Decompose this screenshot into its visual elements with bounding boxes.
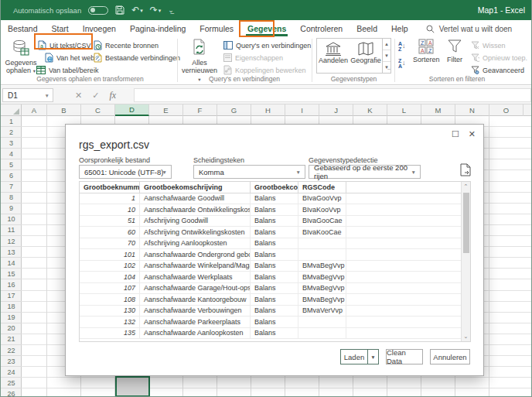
from-web-button[interactable]: Van het web <box>45 52 94 63</box>
insert-function-icon[interactable]: fx <box>109 90 116 101</box>
gallery-more-icon[interactable]: ▼̲ <box>383 62 390 73</box>
column-header-I[interactable]: I <box>285 104 319 116</box>
row-header-9[interactable]: 9 <box>1 204 22 214</box>
dialog-maximize-icon[interactable]: ☐ <box>452 129 459 139</box>
geography-button[interactable]: Geografie <box>350 39 382 73</box>
file-report-icon[interactable] <box>460 163 471 176</box>
row-header-8[interactable]: 8 <box>1 193 22 204</box>
preview-cell: BMvaBegVvp <box>298 283 346 294</box>
row-header-2[interactable]: 2 <box>1 127 22 138</box>
column-header-L[interactable]: L <box>387 104 421 116</box>
column-header-B[interactable]: B <box>47 104 81 116</box>
tell-me-search[interactable]: Vertel wat u wilt doen <box>426 25 513 33</box>
column-header-D[interactable]: D <box>115 104 149 116</box>
row-header-21[interactable]: 21 <box>1 334 22 345</box>
row-header-24[interactable]: 24 <box>1 367 22 378</box>
gallery-up-icon[interactable]: ▲ <box>383 39 390 50</box>
column-header-P[interactable]: P <box>523 104 532 116</box>
clean-data-button[interactable]: Clean Data <box>386 349 423 364</box>
existing-connections-button[interactable]: Bestaande verbindingen <box>94 52 180 63</box>
row-header-23[interactable]: 23 <box>1 356 22 367</box>
preview-cell: Aanschafwaarde Aanloopkosten <box>140 328 251 339</box>
column-header-O[interactable]: O <box>489 104 523 116</box>
row-header-6[interactable]: 6 <box>1 170 22 181</box>
row-header-7[interactable]: 7 <box>1 182 22 193</box>
from-table-range-button[interactable]: Van tabel/bereik <box>36 64 98 76</box>
row-header-10[interactable]: 10 <box>1 214 22 225</box>
row-header-18[interactable]: 18 <box>1 302 22 313</box>
tab-help[interactable]: Help <box>384 20 415 37</box>
recent-sources-button[interactable]: Recente bronnen <box>94 39 159 51</box>
confirm-entry-icon[interactable]: ✓ <box>92 91 99 101</box>
tab-beeld[interactable]: Beeld <box>350 20 384 37</box>
redo-caret-icon[interactable]: ▾ <box>159 8 162 13</box>
stocks-button[interactable]: Aandelen <box>317 39 350 73</box>
get-data-button[interactable]: Gegevens ophalen ▾ <box>5 37 37 75</box>
preview-table-row: 108Aanschafwaarde KantoorgebouwBalansBMv… <box>80 294 461 306</box>
autosave-toggle[interactable] <box>88 6 108 15</box>
column-header-G[interactable]: G <box>217 104 251 116</box>
row-header-1[interactable]: 1 <box>1 116 22 127</box>
type-detection-select[interactable]: Gebaseerd op de eerste 200 rijen▼ <box>309 165 421 179</box>
gallery-down-icon[interactable]: ▼ <box>383 50 390 62</box>
gallery-scrollbar[interactable]: ▲ ▼ ▼̲ <box>383 38 391 74</box>
column-header-K[interactable]: K <box>353 104 387 116</box>
tab-formules[interactable]: Formules <box>193 20 240 37</box>
scroll-down-icon[interactable]: ⌄ <box>464 334 469 340</box>
row-header-5[interactable]: 5 <box>1 159 22 170</box>
column-header-H[interactable]: H <box>251 104 285 116</box>
row-header-12[interactable]: 12 <box>1 236 22 247</box>
scrollbar-thumb[interactable] <box>463 193 469 253</box>
queries-connections-button[interactable]: Query's en verbindingen <box>223 39 311 51</box>
original-file-select[interactable]: 65001: Unicode (UTF-8)▼ <box>79 165 172 179</box>
delimiter-select[interactable]: Komma▼ <box>193 165 305 179</box>
undo-icon[interactable]: ↶▾ <box>131 5 143 15</box>
data-types-gallery: Aandelen Geografie <box>316 38 383 74</box>
row-header-16[interactable]: 16 <box>1 279 22 290</box>
column-header-C[interactable]: C <box>81 104 115 116</box>
tab-pagina-indeling[interactable]: Pagina-indeling <box>123 20 193 37</box>
redo-icon[interactable]: ↷▾ <box>150 5 162 15</box>
column-header-A[interactable]: A <box>22 104 47 116</box>
preview-cell: Balans <box>251 283 298 294</box>
cancel-button[interactable]: Annuleren <box>430 349 470 364</box>
row-header-19[interactable]: 19 <box>1 313 22 323</box>
save-icon[interactable] <box>115 5 124 15</box>
sort-button[interactable]: ZAAZ Sorteren <box>413 37 439 63</box>
row-header-14[interactable]: 14 <box>1 258 22 269</box>
row-header-13[interactable]: 13 <box>1 247 22 258</box>
row-header-22[interactable]: 22 <box>1 345 22 356</box>
formula-input[interactable] <box>134 88 531 102</box>
sort-za-button[interactable]: ZA↓ <box>398 57 406 69</box>
column-header-F[interactable]: F <box>183 104 217 116</box>
tab-controleren[interactable]: Controleren <box>293 20 350 37</box>
dialog-close-icon[interactable]: ✕ <box>469 129 476 139</box>
column-header-J[interactable]: J <box>319 104 353 116</box>
preview-cell: BIvaKooVvp <box>298 204 346 215</box>
advanced-filter-button[interactable]: Geavanceerd <box>471 64 524 76</box>
sort-az-button[interactable]: AZ↓ <box>398 40 406 52</box>
load-button[interactable]: Laden <box>341 350 367 364</box>
cancel-entry-icon[interactable]: ✕ <box>75 91 82 101</box>
row-header-4[interactable]: 4 <box>1 149 22 159</box>
column-header-N[interactable]: N <box>455 104 489 116</box>
column-header-E[interactable]: E <box>149 104 183 116</box>
row-header-25[interactable]: 25 <box>1 378 22 388</box>
name-box-caret-icon[interactable]: ▼ <box>45 93 49 98</box>
filter-button[interactable]: Filter <box>442 37 467 63</box>
row-header-26[interactable]: 26 <box>1 388 22 397</box>
load-dropdown-icon[interactable]: ▼ <box>367 350 378 364</box>
select-all-button[interactable] <box>1 104 22 116</box>
customize-quick-access-icon[interactable]: ⌄̲ <box>168 7 174 14</box>
name-box[interactable]: D1 ▼ <box>2 88 53 102</box>
row-header-3[interactable]: 3 <box>1 138 22 149</box>
scroll-up-icon[interactable]: ⌃ <box>464 183 469 190</box>
row-header-17[interactable]: 17 <box>1 291 22 302</box>
undo-caret-icon[interactable]: ▾ <box>140 8 143 13</box>
row-header-15[interactable]: 15 <box>1 269 22 279</box>
preview-scrollbar[interactable]: ⌃ ⌄ <box>461 182 470 341</box>
preview-cell <box>298 238 346 249</box>
row-header-20[interactable]: 20 <box>1 323 22 334</box>
row-header-11[interactable]: 11 <box>1 225 22 236</box>
column-header-M[interactable]: M <box>421 104 455 116</box>
